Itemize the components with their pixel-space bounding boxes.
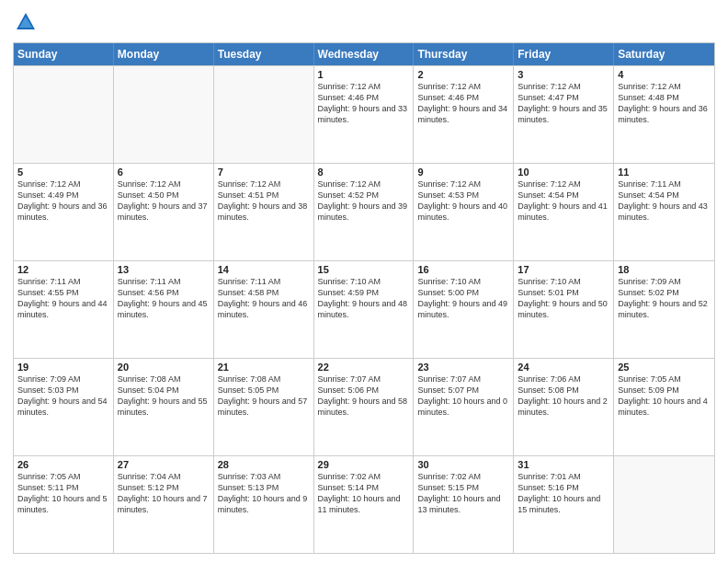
calendar-body: 1Sunrise: 7:12 AM Sunset: 4:46 PM Daylig… xyxy=(14,65,714,553)
day-info: Sunrise: 7:12 AM Sunset: 4:51 PM Dayligh… xyxy=(218,178,310,224)
page: SundayMondayTuesdayWednesdayThursdayFrid… xyxy=(0,0,728,563)
calendar-cell: 2Sunrise: 7:12 AM Sunset: 4:46 PM Daylig… xyxy=(414,66,514,163)
day-number: 21 xyxy=(218,362,310,373)
calendar-cell xyxy=(14,66,114,163)
calendar-cell: 23Sunrise: 7:07 AM Sunset: 5:07 PM Dayli… xyxy=(414,359,514,455)
day-info: Sunrise: 7:06 AM Sunset: 5:08 PM Dayligh… xyxy=(518,373,609,419)
calendar-cell: 3Sunrise: 7:12 AM Sunset: 4:47 PM Daylig… xyxy=(514,66,614,163)
day-info: Sunrise: 7:11 AM Sunset: 4:56 PM Dayligh… xyxy=(118,276,210,321)
day-number: 9 xyxy=(417,167,509,178)
day-number: 17 xyxy=(518,264,609,275)
day-number: 8 xyxy=(318,167,410,178)
calendar-cell: 26Sunrise: 7:05 AM Sunset: 5:11 PM Dayli… xyxy=(14,456,114,553)
day-number: 14 xyxy=(218,264,310,275)
day-number: 15 xyxy=(318,264,410,275)
day-number: 27 xyxy=(118,459,210,470)
calendar-cell xyxy=(114,66,214,163)
day-info: Sunrise: 7:12 AM Sunset: 4:49 PM Dayligh… xyxy=(17,178,109,224)
calendar-cell: 12Sunrise: 7:11 AM Sunset: 4:55 PM Dayli… xyxy=(14,261,114,358)
calendar-cell: 13Sunrise: 7:11 AM Sunset: 4:56 PM Dayli… xyxy=(114,261,214,358)
calendar-cell xyxy=(214,66,314,163)
calendar-cell: 25Sunrise: 7:05 AM Sunset: 5:09 PM Dayli… xyxy=(614,359,714,455)
day-number: 5 xyxy=(17,167,109,178)
day-number: 11 xyxy=(618,167,711,178)
calendar-cell: 16Sunrise: 7:10 AM Sunset: 5:00 PM Dayli… xyxy=(414,261,514,358)
day-info: Sunrise: 7:05 AM Sunset: 5:09 PM Dayligh… xyxy=(618,373,711,419)
day-info: Sunrise: 7:05 AM Sunset: 5:11 PM Dayligh… xyxy=(17,471,109,516)
day-number: 25 xyxy=(618,362,711,373)
day-number: 30 xyxy=(417,459,509,470)
day-number: 6 xyxy=(118,167,210,178)
day-info: Sunrise: 7:09 AM Sunset: 5:02 PM Dayligh… xyxy=(618,276,711,321)
day-number: 24 xyxy=(518,362,609,373)
day-info: Sunrise: 7:08 AM Sunset: 5:04 PM Dayligh… xyxy=(118,373,210,419)
calendar-cell: 20Sunrise: 7:08 AM Sunset: 5:04 PM Dayli… xyxy=(114,359,214,455)
logo-icon xyxy=(13,9,39,35)
header xyxy=(13,9,715,35)
day-number: 18 xyxy=(618,264,711,275)
day-info: Sunrise: 7:07 AM Sunset: 5:06 PM Dayligh… xyxy=(318,373,410,419)
day-info: Sunrise: 7:02 AM Sunset: 5:15 PM Dayligh… xyxy=(417,471,509,516)
day-info: Sunrise: 7:12 AM Sunset: 4:46 PM Dayligh… xyxy=(417,81,509,126)
day-info: Sunrise: 7:12 AM Sunset: 4:54 PM Dayligh… xyxy=(518,178,609,224)
day-number: 29 xyxy=(318,459,410,470)
day-info: Sunrise: 7:04 AM Sunset: 5:12 PM Dayligh… xyxy=(118,471,210,516)
calendar-cell xyxy=(614,456,714,553)
day-info: Sunrise: 7:09 AM Sunset: 5:03 PM Dayligh… xyxy=(17,373,109,419)
calendar-cell: 30Sunrise: 7:02 AM Sunset: 5:15 PM Dayli… xyxy=(414,456,514,553)
day-info: Sunrise: 7:02 AM Sunset: 5:14 PM Dayligh… xyxy=(318,471,410,516)
day-info: Sunrise: 7:10 AM Sunset: 5:00 PM Dayligh… xyxy=(417,276,509,321)
calendar-cell: 7Sunrise: 7:12 AM Sunset: 4:51 PM Daylig… xyxy=(214,164,314,260)
day-number: 26 xyxy=(17,459,109,470)
weekday-header: Friday xyxy=(514,43,614,65)
day-info: Sunrise: 7:12 AM Sunset: 4:46 PM Dayligh… xyxy=(318,81,410,126)
day-info: Sunrise: 7:10 AM Sunset: 5:01 PM Dayligh… xyxy=(518,276,609,321)
calendar-cell: 31Sunrise: 7:01 AM Sunset: 5:16 PM Dayli… xyxy=(514,456,614,553)
logo xyxy=(13,9,42,35)
day-info: Sunrise: 7:01 AM Sunset: 5:16 PM Dayligh… xyxy=(518,471,609,516)
calendar-cell: 11Sunrise: 7:11 AM Sunset: 4:54 PM Dayli… xyxy=(614,164,714,260)
day-info: Sunrise: 7:12 AM Sunset: 4:48 PM Dayligh… xyxy=(618,81,711,126)
day-number: 4 xyxy=(618,69,711,80)
calendar-week-row: 26Sunrise: 7:05 AM Sunset: 5:11 PM Dayli… xyxy=(14,455,714,553)
calendar-cell: 14Sunrise: 7:11 AM Sunset: 4:58 PM Dayli… xyxy=(214,261,314,358)
day-number: 31 xyxy=(518,459,609,470)
day-info: Sunrise: 7:12 AM Sunset: 4:53 PM Dayligh… xyxy=(417,178,509,224)
weekday-header: Thursday xyxy=(414,43,514,65)
calendar-cell: 1Sunrise: 7:12 AM Sunset: 4:46 PM Daylig… xyxy=(314,66,415,163)
weekday-header: Wednesday xyxy=(314,43,415,65)
calendar-cell: 15Sunrise: 7:10 AM Sunset: 4:59 PM Dayli… xyxy=(314,261,415,358)
day-info: Sunrise: 7:12 AM Sunset: 4:52 PM Dayligh… xyxy=(318,178,410,224)
calendar-cell: 24Sunrise: 7:06 AM Sunset: 5:08 PM Dayli… xyxy=(514,359,614,455)
weekday-header: Monday xyxy=(114,43,214,65)
calendar-header-row: SundayMondayTuesdayWednesdayThursdayFrid… xyxy=(14,43,714,65)
day-number: 3 xyxy=(518,69,609,80)
calendar-cell: 17Sunrise: 7:10 AM Sunset: 5:01 PM Dayli… xyxy=(514,261,614,358)
calendar-cell: 18Sunrise: 7:09 AM Sunset: 5:02 PM Dayli… xyxy=(614,261,714,358)
day-number: 19 xyxy=(17,362,109,373)
calendar-week-row: 12Sunrise: 7:11 AM Sunset: 4:55 PM Dayli… xyxy=(14,260,714,358)
calendar-cell: 21Sunrise: 7:08 AM Sunset: 5:05 PM Dayli… xyxy=(214,359,314,455)
day-info: Sunrise: 7:03 AM Sunset: 5:13 PM Dayligh… xyxy=(218,471,310,516)
calendar-cell: 27Sunrise: 7:04 AM Sunset: 5:12 PM Dayli… xyxy=(114,456,214,553)
day-number: 23 xyxy=(417,362,509,373)
calendar: SundayMondayTuesdayWednesdayThursdayFrid… xyxy=(13,42,715,554)
calendar-cell: 5Sunrise: 7:12 AM Sunset: 4:49 PM Daylig… xyxy=(14,164,114,260)
calendar-cell: 8Sunrise: 7:12 AM Sunset: 4:52 PM Daylig… xyxy=(314,164,415,260)
calendar-cell: 29Sunrise: 7:02 AM Sunset: 5:14 PM Dayli… xyxy=(314,456,415,553)
weekday-header: Sunday xyxy=(14,43,114,65)
day-info: Sunrise: 7:08 AM Sunset: 5:05 PM Dayligh… xyxy=(218,373,310,419)
day-number: 20 xyxy=(118,362,210,373)
calendar-cell: 10Sunrise: 7:12 AM Sunset: 4:54 PM Dayli… xyxy=(514,164,614,260)
day-info: Sunrise: 7:11 AM Sunset: 4:58 PM Dayligh… xyxy=(218,276,310,321)
calendar-cell: 28Sunrise: 7:03 AM Sunset: 5:13 PM Dayli… xyxy=(214,456,314,553)
day-number: 28 xyxy=(218,459,310,470)
day-info: Sunrise: 7:12 AM Sunset: 4:47 PM Dayligh… xyxy=(518,81,609,126)
calendar-cell: 19Sunrise: 7:09 AM Sunset: 5:03 PM Dayli… xyxy=(14,359,114,455)
day-number: 1 xyxy=(318,69,410,80)
day-info: Sunrise: 7:12 AM Sunset: 4:50 PM Dayligh… xyxy=(118,178,210,224)
day-number: 22 xyxy=(318,362,410,373)
calendar-cell: 4Sunrise: 7:12 AM Sunset: 4:48 PM Daylig… xyxy=(614,66,714,163)
day-number: 13 xyxy=(118,264,210,275)
calendar-cell: 22Sunrise: 7:07 AM Sunset: 5:06 PM Dayli… xyxy=(314,359,415,455)
